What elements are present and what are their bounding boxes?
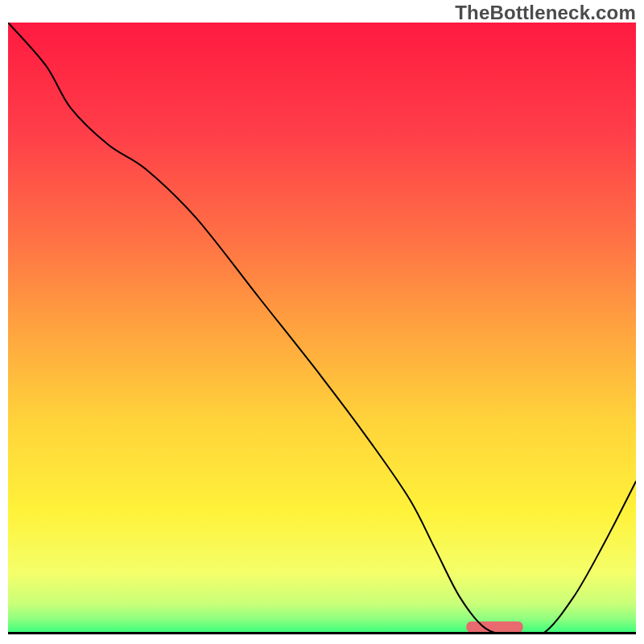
plot-svg (8, 23, 636, 634)
gradient-background (8, 23, 636, 634)
chart-stage: TheBottleneck.com (0, 0, 644, 644)
watermark-text: TheBottleneck.com (455, 2, 636, 24)
bottleneck-plot (8, 23, 636, 634)
optimal-range-marker (466, 621, 522, 633)
